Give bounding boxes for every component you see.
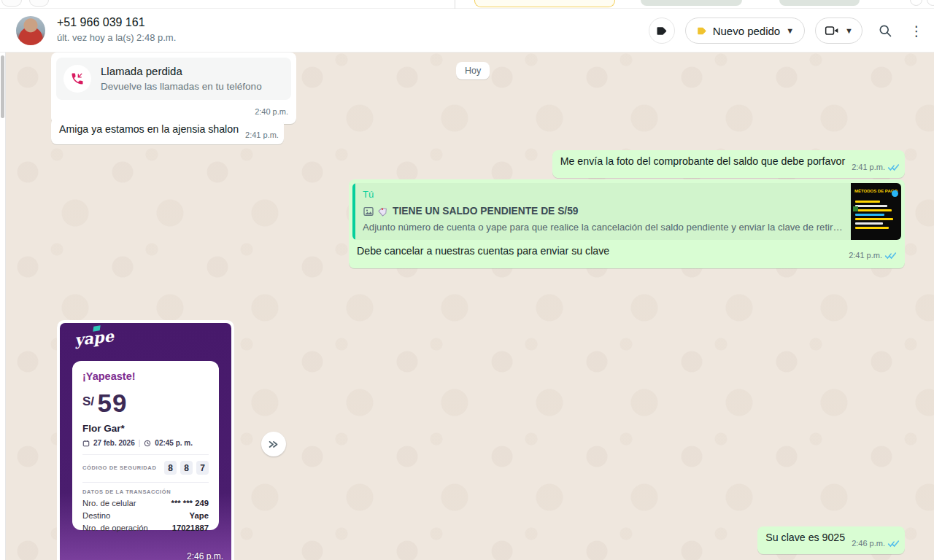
conversation-panel: Llamada perdida Devuelve las llamadas en… <box>6 52 934 560</box>
quoted-message-body: Debe cancelar a nuestras cuentas para en… <box>352 240 901 258</box>
quote-title: TIENE UN SALDO PENDIENTE DE S/59 <box>393 204 579 218</box>
security-code-row: CÓDIGO DE SEGURIDAD 8 8 7 <box>82 461 209 475</box>
quote-title-row: TIENE UN SALDO PENDIENTE DE S/59 <box>363 204 844 218</box>
whatsapp-chat-window: +51 966 039 161 últ. vez hoy a la(s) 2:4… <box>0 0 934 560</box>
incoming-message[interactable]: Amiga ya estamos en la ajensia shalon 2:… <box>51 118 284 144</box>
cutoff-tab <box>779 0 860 6</box>
receipt-time: 02:45 p. m. <box>155 439 193 447</box>
message-text: Me envía la foto del comprobante del sal… <box>560 155 845 167</box>
security-code-label: CÓDIGO DE SEGURIDAD <box>82 464 156 471</box>
cutoff-circle <box>927 0 934 6</box>
receipt-card: ¡Yapeaste! S/ 59 Flor Gar* 27 feb. 2026 <box>72 361 219 530</box>
message-time-wrap: 2:46 p.m. <box>852 537 900 552</box>
message-time: 2:41 p.m. <box>849 251 882 260</box>
message-time: 2:46 p.m. <box>187 551 223 560</box>
outgoing-message[interactable]: Me envía la foto del comprobante del sal… <box>552 150 905 178</box>
row-value: *** *** 249 <box>171 499 209 508</box>
missed-call-message[interactable]: Llamada perdida Devuelve las llamadas en… <box>51 52 296 124</box>
quote-snippet: Adjunto número de cuenta o yape para que… <box>363 220 844 234</box>
outgoing-quoted-message[interactable]: Tú TIENE UN SALDO PENDIENTE DE S/59 <box>349 179 905 268</box>
thumbnail-decor <box>855 205 887 207</box>
missed-call-icon <box>70 71 85 86</box>
security-digit: 8 <box>164 461 177 475</box>
cutoff-tab <box>641 0 742 6</box>
transaction-section-label: DATOS DE LA TRANSACCIÓN <box>82 489 209 495</box>
forward-button[interactable] <box>261 432 286 456</box>
last-seen-status: últ. vez hoy a la(s) 2:48 p.m. <box>57 32 176 43</box>
security-digit: 8 <box>180 461 193 475</box>
transaction-row: Nro. de celular *** *** 249 <box>82 499 209 508</box>
message-time: 2:41 p.m. <box>245 128 279 142</box>
read-ticks-icon <box>887 538 900 552</box>
thumbnail-decor <box>855 218 893 220</box>
quote-author: Tú <box>363 187 844 201</box>
calendar-icon <box>82 440 90 447</box>
message-time: 2:46 p.m. <box>852 539 885 548</box>
search-icon <box>878 23 892 38</box>
transaction-row: Nro. de operación 17021887 <box>82 524 209 532</box>
message-time-wrap: 2:41 p.m. <box>849 249 897 264</box>
receipt-date: 27 feb. 2026 <box>93 439 135 447</box>
missed-call-title: Llamada perdida <box>101 64 262 78</box>
read-ticks-icon <box>887 162 900 176</box>
security-digit: 7 <box>196 461 209 475</box>
panel-divider <box>455 0 455 9</box>
order-tag-icon <box>696 26 707 36</box>
thumbnail-decor <box>853 206 858 211</box>
receipt-headline: ¡Yapeaste! <box>82 370 209 382</box>
thumbnail-decor <box>855 209 892 211</box>
row-label: Nro. de operación <box>82 524 148 532</box>
header-actions: Nuevo pedido ▼ ▼ ⋮ <box>649 9 925 52</box>
currency-symbol: S/ <box>82 394 94 408</box>
scrollbar-thumb[interactable] <box>1 55 4 118</box>
quote-thumbnail[interactable]: MÉTODOS DE PAGO <box>851 183 901 240</box>
message-text: Amiga ya estamos en la ajensia shalon <box>59 123 239 135</box>
chat-header: +51 966 039 161 últ. vez hoy a la(s) 2:4… <box>0 9 934 52</box>
tag-emoji-icon <box>378 206 389 217</box>
top-cutoff-strip <box>0 0 934 9</box>
date-divider: Hoy <box>456 62 490 79</box>
cutoff-circle <box>910 0 922 6</box>
thumbnail-decor <box>855 214 884 216</box>
meta-separator: | <box>139 439 141 447</box>
message-text: Su clave es 9025 <box>765 532 845 543</box>
divider <box>82 454 209 455</box>
image-message-yape-receipt[interactable]: yape ¡Yapeaste! S/ 59 Flor Gar* <box>57 320 234 560</box>
row-label: Nro. de celular <box>82 499 136 508</box>
receipt-amount: S/ 59 <box>82 389 209 418</box>
thumbnail-decor <box>855 227 889 229</box>
search-button[interactable] <box>873 18 898 43</box>
new-order-label: Nuevo pedido <box>713 25 781 37</box>
security-digits: 8 8 7 <box>164 461 209 475</box>
row-value: Yape <box>190 511 209 520</box>
quoted-message[interactable]: Tú TIENE UN SALDO PENDIENTE DE S/59 <box>352 183 901 240</box>
outgoing-message[interactable]: Su clave es 9025 2:46 p.m. <box>757 526 905 554</box>
photo-icon <box>363 206 374 217</box>
quote-content: Tú TIENE UN SALDO PENDIENTE DE S/59 <box>355 183 851 240</box>
missed-call-subtitle: Devuelve las llamadas en tu teléfono <box>101 79 262 93</box>
contact-avatar[interactable] <box>16 16 45 45</box>
missed-call-card[interactable]: Llamada perdida Devuelve las llamadas en… <box>56 58 291 100</box>
message-time-wrap: 2:41 p.m. <box>852 160 900 176</box>
menu-button[interactable]: ⋮ <box>908 18 925 43</box>
label-icon <box>655 25 668 37</box>
read-ticks-icon <box>884 250 897 264</box>
video-camera-icon <box>825 25 839 36</box>
payer-name: Flor Gar* <box>82 423 209 434</box>
message-time: 2:41 p.m. <box>852 163 885 171</box>
thumbnail-decor <box>892 190 898 197</box>
row-label: Destino <box>82 511 110 520</box>
receipt-meta: 27 feb. 2026 | 02:45 p. m. <box>82 439 209 447</box>
message-text: Debe cancelar a nuestras cuentas para en… <box>357 245 609 257</box>
chevron-down-icon: ▼ <box>845 26 853 35</box>
label-button[interactable] <box>649 18 675 44</box>
chevron-down-icon: ▼ <box>786 26 794 35</box>
contact-phone-title[interactable]: +51 966 039 161 <box>57 16 145 29</box>
new-order-button[interactable]: Nuevo pedido ▼ <box>685 18 805 44</box>
cutoff-tab <box>29 0 49 7</box>
cutoff-tab <box>1 0 22 7</box>
missed-call-texts: Llamada perdida Devuelve las llamadas en… <box>101 64 262 93</box>
thumbnail-decor <box>855 201 880 203</box>
video-call-button[interactable]: ▼ <box>815 18 862 44</box>
amount-value: 59 <box>98 389 128 417</box>
